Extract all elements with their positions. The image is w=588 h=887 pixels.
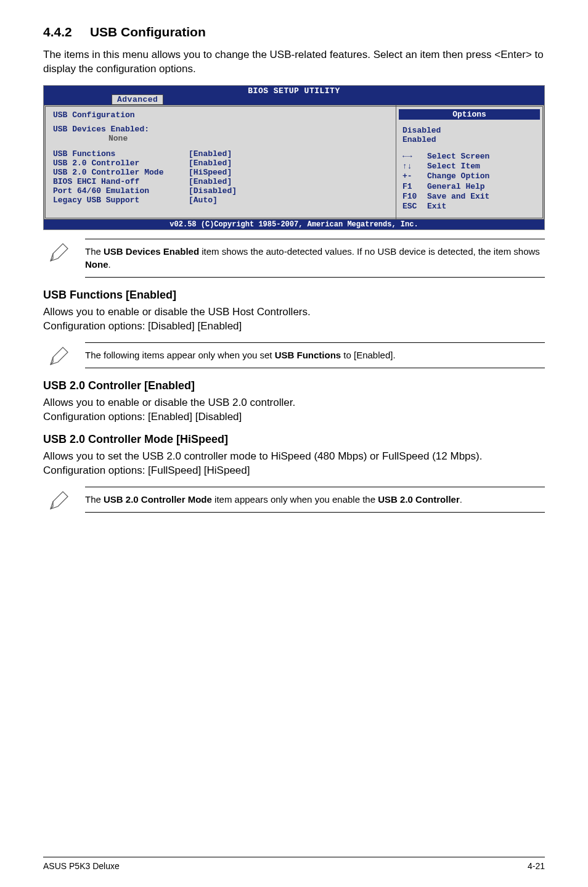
bios-help-row: +-Change Option bbox=[402, 171, 536, 181]
note3-bold1: USB 2.0 Controller Mode bbox=[104, 494, 212, 505]
bios-title-text: BIOS SETUP UTILITY bbox=[248, 86, 340, 96]
section-intro: The items in this menu allows you to cha… bbox=[43, 48, 545, 76]
bios-row-label: BIOS EHCI Hand-off bbox=[53, 177, 189, 186]
bios-left-panel: USB Configuration USB Devices Enabled: N… bbox=[44, 105, 396, 220]
bios-option-disabled[interactable]: Disabled bbox=[402, 126, 536, 135]
bios-row-label: USB Functions bbox=[53, 149, 189, 159]
note1-bold1: USB Devices Enabled bbox=[104, 246, 199, 257]
note-text: The following items appear only when you… bbox=[85, 342, 545, 368]
bios-help-desc: Select Item bbox=[427, 162, 480, 171]
bios-titlebar: BIOS SETUP UTILITY Advanced bbox=[44, 86, 544, 96]
bios-help-panel: ←→Select Screen ↑↓Select Item +-Change O… bbox=[396, 148, 542, 218]
note1-bold2: None bbox=[85, 259, 108, 270]
bios-help-row: ←→Select Screen bbox=[402, 152, 536, 162]
bios-help-key: +- bbox=[402, 171, 427, 181]
bios-row-label: USB 2.0 Controller Mode bbox=[53, 168, 189, 177]
note3-post: . bbox=[460, 494, 462, 505]
bios-row-ehci-handoff[interactable]: BIOS EHCI Hand-off [Enabled] bbox=[53, 177, 390, 186]
bios-options-body: Disabled Enabled bbox=[396, 122, 542, 148]
bios-right-panel: Options Disabled Enabled ←→Select Screen… bbox=[396, 105, 544, 220]
bios-help-row: ↑↓Select Item bbox=[402, 162, 536, 171]
note-text: The USB Devices Enabled item shows the a… bbox=[85, 239, 545, 278]
footer-left: ASUS P5K3 Deluxe bbox=[43, 861, 120, 871]
bios-row-value: [HiSpeed] bbox=[189, 168, 232, 177]
section-heading: 4.4.2 USB Configuration bbox=[43, 25, 545, 39]
bios-row-usb20-controller[interactable]: USB 2.0 Controller [Enabled] bbox=[53, 159, 390, 168]
usb-functions-desc2: Configuration options: [Disabled] [Enabl… bbox=[43, 320, 545, 334]
bios-help-desc: Select Screen bbox=[427, 152, 489, 162]
note-block-3: The USB 2.0 Controller Mode item appears… bbox=[43, 487, 545, 513]
bios-help-key: ESC bbox=[402, 202, 427, 212]
bios-help-desc: Save and Exit bbox=[427, 192, 489, 202]
bios-row-label: Legacy USB Support bbox=[53, 196, 189, 205]
page-footer: ASUS P5K3 Deluxe 4-21 bbox=[43, 857, 545, 871]
bios-row-usb20-mode[interactable]: USB 2.0 Controller Mode [HiSpeed] bbox=[53, 168, 390, 177]
note-block-2: The following items appear only when you… bbox=[43, 342, 545, 368]
bios-row-value: [Enabled] bbox=[189, 177, 232, 186]
bios-row-value: [Enabled] bbox=[189, 149, 232, 159]
bios-window: BIOS SETUP UTILITY Advanced USB Configur… bbox=[43, 85, 545, 231]
bios-row-label: USB 2.0 Controller bbox=[53, 159, 189, 168]
pencil-icon bbox=[43, 487, 74, 513]
note-text: The USB 2.0 Controller Mode item appears… bbox=[85, 487, 545, 513]
usb20-mode-desc: Allows you to set the USB 2.0 controller… bbox=[43, 450, 545, 478]
bios-options-header: Options bbox=[399, 109, 540, 120]
bios-devices-label: USB Devices Enabled: bbox=[53, 125, 390, 134]
note2-bold: USB Functions bbox=[275, 350, 341, 360]
sub-heading-usb-functions: USB Functions [Enabled] bbox=[43, 289, 545, 302]
footer-right: 4-21 bbox=[528, 861, 545, 871]
bios-help-key: F1 bbox=[402, 182, 427, 192]
note2-post: to [Enabled]. bbox=[341, 350, 395, 360]
bios-row-usb-functions[interactable]: USB Functions [Enabled] bbox=[53, 149, 390, 159]
note1-post: . bbox=[108, 259, 111, 270]
note-block-1: The USB Devices Enabled item shows the a… bbox=[43, 239, 545, 278]
bios-row-port6460[interactable]: Port 64/60 Emulation [Disabled] bbox=[53, 186, 390, 196]
bios-help-key: F10 bbox=[402, 192, 427, 202]
bios-row-legacy-usb[interactable]: Legacy USB Support [Auto] bbox=[53, 196, 390, 205]
pencil-icon bbox=[43, 239, 74, 265]
bios-help-desc: Change Option bbox=[427, 171, 489, 181]
note2-pre: The following items appear only when you… bbox=[85, 350, 275, 360]
bios-footer: v02.58 (C)Copyright 1985-2007, American … bbox=[44, 220, 544, 229]
bios-row-value: [Auto] bbox=[189, 196, 218, 205]
bios-devices-value: None bbox=[108, 134, 390, 143]
bios-row-value: [Enabled] bbox=[189, 159, 232, 168]
bios-help-key: ←→ bbox=[402, 152, 427, 162]
note3-pre: The bbox=[85, 494, 104, 505]
usb20-controller-desc2: Configuration options: [Enabled] [Disabl… bbox=[43, 410, 545, 424]
usb20-controller-desc1: Allows you to enable or disable the USB … bbox=[43, 396, 545, 410]
bios-body: USB Configuration USB Devices Enabled: N… bbox=[44, 105, 544, 220]
bios-help-row: F1General Help bbox=[402, 182, 536, 192]
bios-help-desc: General Help bbox=[427, 182, 485, 192]
note3-mid: item appears only when you enable the bbox=[212, 494, 378, 505]
bios-help-row: ESCExit bbox=[402, 202, 536, 212]
bios-row-value: [Disabled] bbox=[189, 186, 237, 196]
usb-functions-desc1: Allows you to enable or disable the USB … bbox=[43, 305, 545, 320]
pencil-icon bbox=[43, 342, 74, 368]
bios-help-row: F10Save and Exit bbox=[402, 192, 536, 202]
sub-heading-usb20-mode: USB 2.0 Controller Mode [HiSpeed] bbox=[43, 433, 545, 446]
bios-help-key: ↑↓ bbox=[402, 162, 427, 171]
bios-row-label: Port 64/60 Emulation bbox=[53, 186, 189, 196]
section-number: 4.4.2 bbox=[43, 25, 72, 39]
bios-option-enabled[interactable]: Enabled bbox=[402, 135, 536, 144]
note1-mid: item shows the auto-detected values. If … bbox=[199, 246, 540, 257]
sub-heading-usb20-controller: USB 2.0 Controller [Enabled] bbox=[43, 379, 545, 392]
section-title-text: USB Configuration bbox=[90, 25, 206, 39]
note3-bold2: USB 2.0 Controller bbox=[378, 494, 460, 505]
note1-pre: The bbox=[85, 246, 104, 257]
bios-help-desc: Exit bbox=[427, 202, 446, 212]
bios-tab-advanced[interactable]: Advanced bbox=[112, 94, 163, 105]
bios-panel-title: USB Configuration bbox=[53, 110, 390, 120]
